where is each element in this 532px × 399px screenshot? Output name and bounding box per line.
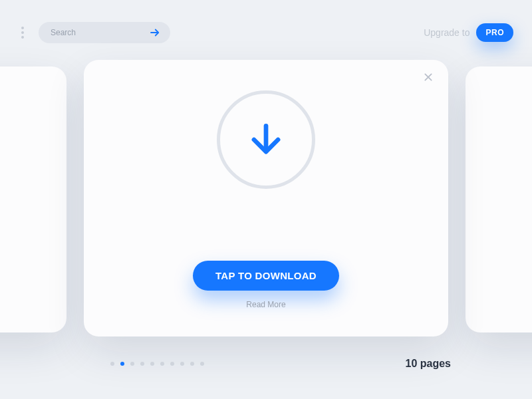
carousel: TAP TO DOWNLOAD Read More	[0, 60, 532, 352]
upgrade-pro-button[interactable]: PRO	[476, 23, 513, 42]
search-input[interactable]	[51, 28, 130, 37]
page-dot[interactable]	[130, 362, 134, 366]
pagination-dots[interactable]	[110, 362, 204, 366]
page-count-label: 10 pages	[406, 358, 451, 370]
more-menu-button[interactable]	[19, 24, 27, 41]
tap-to-download-button[interactable]: TAP TO DOWNLOAD	[193, 261, 339, 291]
page-dot[interactable]	[200, 362, 204, 366]
page-dot[interactable]	[180, 362, 184, 366]
page-dot[interactable]	[170, 362, 174, 366]
carousel-card-next[interactable]	[466, 66, 532, 332]
arrow-right-icon[interactable]	[149, 27, 161, 39]
carousel-card-current: TAP TO DOWNLOAD Read More	[84, 60, 448, 336]
page-dot[interactable]	[120, 362, 124, 366]
page-dot[interactable]	[190, 362, 194, 366]
page-dot[interactable]	[140, 362, 144, 366]
search-field[interactable]	[39, 22, 170, 43]
download-icon	[217, 90, 315, 189]
page-dot[interactable]	[160, 362, 164, 366]
carousel-card-prev[interactable]	[0, 66, 66, 332]
upgrade-label: Upgrade to	[424, 27, 469, 38]
close-icon[interactable]	[423, 72, 434, 85]
page-dot[interactable]	[110, 362, 114, 366]
read-more-link[interactable]: Read More	[246, 300, 285, 309]
page-dot[interactable]	[150, 362, 154, 366]
